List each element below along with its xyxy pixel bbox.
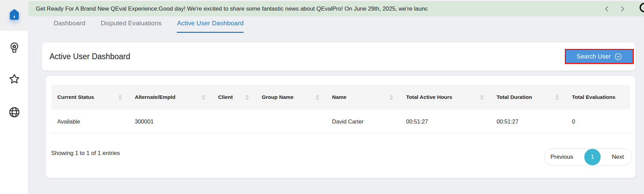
tab-disputed-evaluations[interactable]: Disputed Evaluations bbox=[101, 20, 162, 33]
home-icon[interactable] bbox=[8, 8, 21, 23]
sidebar bbox=[0, 0, 28, 194]
sort-icon bbox=[316, 95, 319, 100]
search-user-button-label: Search User bbox=[576, 53, 611, 60]
page-header-card: Active User Dashboard Search User bbox=[42, 42, 635, 70]
badge-icon[interactable] bbox=[0, 42, 28, 54]
tab-active-user-dashboard[interactable]: Active User Dashboard bbox=[177, 20, 243, 33]
announcement-banner: Get Ready For A Brand New QEval Experien… bbox=[28, 1, 644, 16]
active-users-table-card: Current Status Alternate/EmpId Client Gr… bbox=[46, 76, 635, 178]
column-header-group-name[interactable]: Group Name bbox=[256, 85, 326, 109]
globe-icon-glyph bbox=[8, 106, 20, 118]
app-window: Get Ready For A Brand New QEval Experien… bbox=[0, 0, 644, 194]
table-row: Available 300001 David Carter 00:51:27 0… bbox=[51, 110, 630, 133]
column-header-client[interactable]: Client bbox=[212, 85, 256, 109]
highlight-box: Search User bbox=[565, 49, 634, 64]
page-number-button[interactable]: 1 bbox=[584, 149, 601, 165]
home-icon-glyph bbox=[8, 8, 21, 22]
cell-total-duration: 00:51:27 bbox=[490, 118, 566, 125]
cell-total-active-hours: 00:51:27 bbox=[400, 118, 490, 125]
announcement-text: Get Ready For A Brand New QEval Experien… bbox=[28, 5, 428, 12]
banner-next-button[interactable] bbox=[619, 5, 626, 13]
banner-navigation bbox=[603, 1, 626, 16]
sort-icon bbox=[556, 95, 559, 100]
chevron-down-circle-icon bbox=[614, 53, 622, 61]
sort-icon bbox=[202, 95, 205, 100]
sort-icon bbox=[245, 95, 249, 100]
chevron-right-icon bbox=[619, 5, 626, 13]
column-header-total-duration[interactable]: Total Duration bbox=[490, 85, 566, 109]
pagination: Previous 1 Next bbox=[544, 148, 632, 166]
sort-icon bbox=[480, 95, 484, 100]
star-icon-glyph bbox=[8, 73, 20, 85]
column-header-name[interactable]: Name bbox=[326, 85, 400, 109]
sidebar-logo-area bbox=[0, 0, 28, 31]
badge-icon-glyph bbox=[9, 42, 20, 54]
table-header-row: Current Status Alternate/EmpId Client Gr… bbox=[51, 85, 630, 109]
cell-alternate-empid: 300001 bbox=[129, 118, 212, 125]
column-header-current-status[interactable]: Current Status bbox=[51, 85, 129, 109]
banner-previous-button[interactable] bbox=[603, 5, 611, 13]
sort-icon bbox=[118, 95, 122, 100]
tab-dashboard[interactable]: Dashboard bbox=[54, 20, 85, 33]
column-header-alternate-empid[interactable]: Alternate/EmpId bbox=[129, 85, 212, 109]
next-page-button[interactable]: Next bbox=[612, 154, 624, 160]
cell-name: David Carter bbox=[326, 118, 400, 125]
globe-icon[interactable] bbox=[0, 106, 28, 118]
sort-icon bbox=[390, 95, 393, 100]
search-user-button[interactable]: Search User bbox=[566, 50, 633, 63]
cell-total-evaluations: 0 bbox=[566, 118, 630, 125]
tab-bar: Dashboard Disputed Evaluations Active Us… bbox=[54, 20, 244, 33]
showing-entries-text: Showing 1 to 1 of 1 entries bbox=[51, 149, 222, 158]
chevron-left-icon bbox=[603, 5, 611, 13]
column-header-total-active-hours[interactable]: Total Active Hours bbox=[400, 85, 490, 109]
page-title: Active User Dashboard bbox=[49, 42, 130, 70]
cell-current-status: Available bbox=[51, 118, 129, 125]
star-icon[interactable] bbox=[0, 73, 28, 85]
previous-page-button[interactable]: Previous bbox=[550, 154, 573, 160]
column-header-total-evaluations[interactable]: Total Evaluations bbox=[566, 85, 630, 109]
